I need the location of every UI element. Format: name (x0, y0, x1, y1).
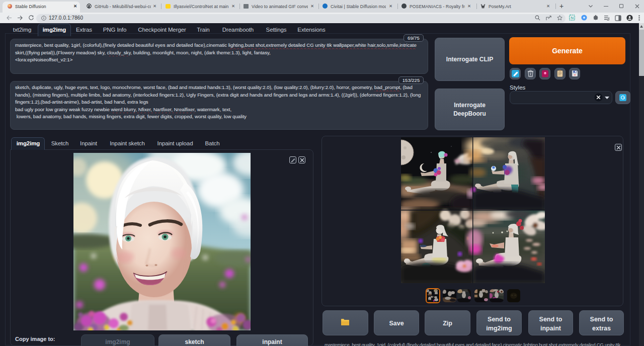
svg-text:N: N (571, 16, 574, 20)
